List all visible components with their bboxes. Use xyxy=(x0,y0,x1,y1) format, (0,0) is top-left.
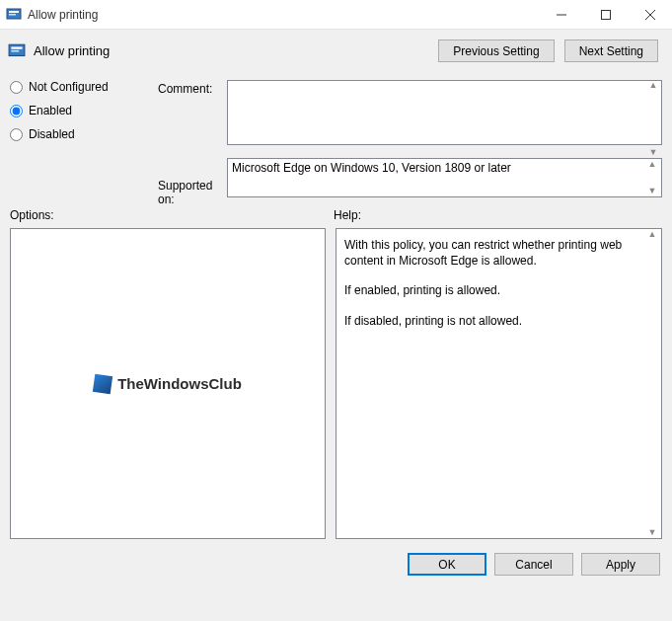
apply-button[interactable]: Apply xyxy=(581,553,660,576)
comment-label: Comment: xyxy=(158,80,227,102)
app-icon xyxy=(6,7,22,23)
chevron-down-icon: ▼ xyxy=(648,528,657,537)
chevron-up-icon: ▲ xyxy=(649,81,658,90)
help-text: With this policy, you can restrict wheth… xyxy=(344,237,641,329)
policy-icon xyxy=(8,42,26,60)
previous-setting-button[interactable]: Previous Setting xyxy=(438,39,554,62)
help-paragraph-3: If disabled, printing is not allowed. xyxy=(344,313,641,329)
supported-on-text: Microsoft Edge on Windows 10, Version 18… xyxy=(232,161,511,175)
radio-disabled-label: Disabled xyxy=(29,127,75,141)
radio-disabled[interactable]: Disabled xyxy=(10,127,158,141)
radio-enabled[interactable]: Enabled xyxy=(10,104,158,117)
chevron-up-icon: ▲ xyxy=(648,160,657,169)
supported-scrollbar[interactable]: ▲ ▼ xyxy=(644,160,660,195)
state-radio-group: Not Configured Enabled Disabled xyxy=(10,80,158,198)
watermark-text: TheWindowsClub xyxy=(117,375,242,392)
options-label: Options: xyxy=(10,208,334,222)
help-paragraph-2: If enabled, printing is allowed. xyxy=(344,282,641,298)
watermark-icon xyxy=(93,373,112,393)
chevron-up-icon: ▲ xyxy=(648,230,657,239)
ok-button[interactable]: OK xyxy=(408,553,486,576)
radio-enabled-input[interactable] xyxy=(10,105,23,117)
supported-on-label: Supported on: xyxy=(158,177,227,198)
comment-scrollbar[interactable]: ▲ ▼ xyxy=(645,81,661,157)
policy-title: Allow printing xyxy=(34,43,110,58)
svg-rect-4 xyxy=(601,10,610,19)
supported-on-value: Microsoft Edge on Windows 10, Version 18… xyxy=(227,158,662,197)
minimize-button[interactable] xyxy=(539,0,583,30)
titlebar: Allow printing xyxy=(0,0,672,30)
comment-input[interactable] xyxy=(227,80,662,145)
window-title: Allow printing xyxy=(28,8,98,22)
maximize-button[interactable] xyxy=(583,0,628,30)
chevron-down-icon: ▼ xyxy=(648,187,657,195)
svg-rect-8 xyxy=(11,46,22,48)
help-label: Help: xyxy=(334,208,361,222)
svg-rect-9 xyxy=(11,49,19,51)
cancel-button[interactable]: Cancel xyxy=(494,553,573,576)
header: Allow printing Previous Setting Next Set… xyxy=(0,30,672,80)
radio-not-configured[interactable]: Not Configured xyxy=(10,80,158,94)
radio-not-configured-input[interactable] xyxy=(10,81,23,94)
chevron-down-icon: ▼ xyxy=(649,148,658,157)
help-paragraph-1: With this policy, you can restrict wheth… xyxy=(344,237,641,269)
options-panel: TheWindowsClub xyxy=(10,228,326,539)
dialog-buttons: OK Cancel Apply xyxy=(0,539,672,576)
help-panel: With this policy, you can restrict wheth… xyxy=(336,228,662,539)
watermark: TheWindowsClub xyxy=(94,375,242,393)
svg-rect-2 xyxy=(9,14,16,16)
next-setting-button[interactable]: Next Setting xyxy=(564,39,658,62)
radio-disabled-input[interactable] xyxy=(10,128,23,141)
svg-rect-1 xyxy=(9,11,19,13)
help-scrollbar[interactable]: ▲ ▼ xyxy=(644,230,660,537)
radio-not-configured-label: Not Configured xyxy=(29,80,109,94)
radio-enabled-label: Enabled xyxy=(29,104,72,117)
close-button[interactable] xyxy=(628,0,672,30)
